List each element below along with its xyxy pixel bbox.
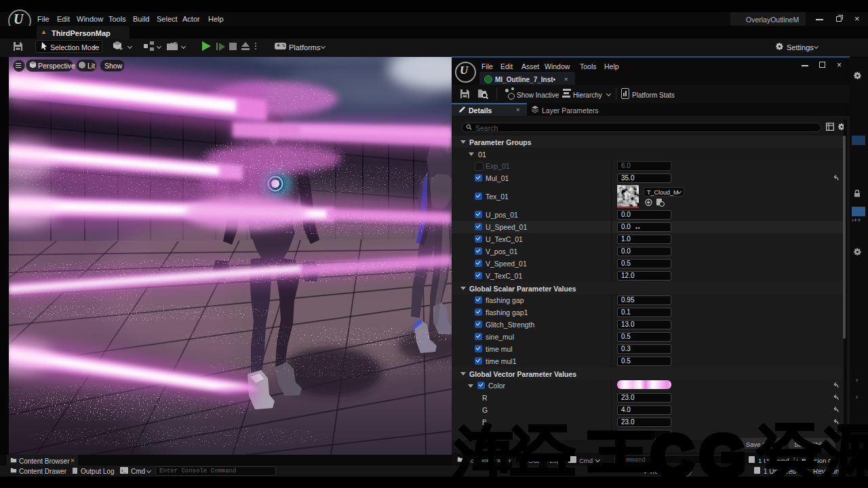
svg-text:C: C (651, 423, 693, 481)
svg-text:G: G (700, 423, 745, 481)
svg-text:+: + (119, 44, 123, 52)
